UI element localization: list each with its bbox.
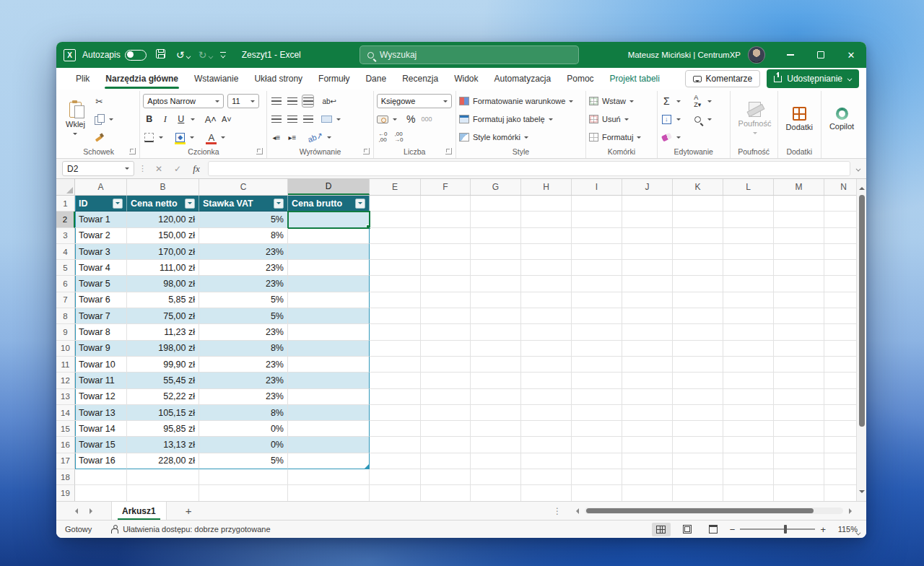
cell-K14[interactable] (673, 405, 723, 421)
column-header-F[interactable]: F (421, 179, 471, 195)
wrap-text-button[interactable]: ab↩ (322, 95, 336, 108)
cell-M9[interactable] (774, 324, 824, 340)
cell-K18[interactable] (673, 469, 723, 485)
minimize-button[interactable] (775, 42, 806, 68)
copy-button[interactable] (93, 113, 105, 126)
tab-recenzja[interactable]: Recenzja (394, 68, 446, 90)
fill-chevron-icon[interactable] (676, 118, 681, 123)
cell-D13[interactable] (288, 389, 370, 405)
borders-button[interactable] (143, 131, 155, 144)
column-header-A[interactable]: A (75, 179, 127, 195)
cell-D16[interactable] (288, 437, 370, 453)
cell-D8[interactable] (288, 308, 370, 324)
share-button[interactable]: Udostępnianie (767, 69, 859, 88)
cell-G6[interactable] (471, 276, 521, 292)
cell-F11[interactable] (421, 357, 471, 373)
copilot-button[interactable]: Copilot (824, 92, 859, 146)
cell-D15[interactable] (288, 421, 370, 437)
row-header-17[interactable]: 17 (56, 453, 75, 469)
avatar[interactable] (748, 46, 765, 64)
cell-I11[interactable] (572, 357, 622, 373)
cell-C12[interactable]: 23% (199, 373, 288, 388)
cell-A16[interactable]: Towar 15 (75, 437, 127, 453)
formula-bar-expand-icon[interactable] (856, 166, 861, 171)
tab-plik[interactable]: Plik (68, 68, 97, 90)
column-header-C[interactable]: C (199, 179, 288, 195)
font-dialog-launcher[interactable] (256, 148, 263, 154)
cell-F8[interactable] (421, 308, 471, 324)
cell-M19[interactable] (774, 485, 824, 501)
cell-A12[interactable]: Towar 11 (75, 373, 127, 388)
cell-H7[interactable] (521, 292, 572, 308)
cell-A17[interactable]: Towar 16 (75, 453, 127, 469)
cell-M1[interactable] (774, 196, 824, 212)
autosave-toggle[interactable] (125, 50, 147, 61)
cell-E6[interactable] (370, 276, 421, 292)
column-header-J[interactable]: J (622, 179, 673, 195)
cell-styles-button[interactable]: Style komórki (459, 130, 583, 144)
zoom-out-button[interactable]: − (730, 524, 736, 535)
increase-decimal-button[interactable]: ←0,00 (377, 131, 389, 144)
align-bottom-button[interactable] (302, 95, 314, 108)
cell-I7[interactable] (572, 292, 622, 308)
cell-C1[interactable]: Stawka VAT (199, 196, 288, 212)
cell-I4[interactable] (572, 244, 622, 260)
cell-B1[interactable]: Cena netto (127, 196, 199, 212)
row-header-6[interactable]: 6 (56, 276, 75, 292)
cell-L5[interactable] (723, 260, 774, 276)
cell-G2[interactable] (471, 212, 521, 227)
cell-D10[interactable] (288, 341, 370, 357)
tab-uklad-strony[interactable]: Układ strony (246, 68, 310, 90)
page-layout-view-button[interactable] (678, 523, 697, 536)
cell-M4[interactable] (774, 244, 824, 260)
cell-K4[interactable] (673, 244, 723, 260)
cell-A5[interactable]: Towar 4 (75, 260, 127, 276)
cell-M5[interactable] (774, 260, 824, 276)
cell-L11[interactable] (723, 357, 774, 373)
cell-I19[interactable] (572, 485, 622, 501)
row-header-3[interactable]: 3 (56, 228, 75, 244)
insert-cells-button[interactable]: Wstaw (589, 94, 654, 108)
font-name-select[interactable]: Aptos Narrow (143, 94, 224, 108)
delete-cells-button[interactable]: Usuń (589, 112, 654, 126)
tab-formuly[interactable]: Formuły (310, 68, 357, 90)
cell-F6[interactable] (421, 276, 471, 292)
cell-J3[interactable] (622, 228, 673, 244)
row-header-18[interactable]: 18 (56, 469, 75, 485)
column-header-D[interactable]: D (288, 179, 370, 195)
cell-E14[interactable] (370, 405, 421, 421)
cell-D18[interactable] (288, 469, 370, 485)
row-header-15[interactable]: 15 (56, 421, 75, 437)
cell-I15[interactable] (572, 421, 622, 437)
cell-M10[interactable] (774, 341, 824, 357)
cell-K15[interactable] (673, 421, 723, 437)
cell-M17[interactable] (774, 453, 824, 469)
cell-A2[interactable]: Towar 1 (75, 212, 127, 227)
cell-F16[interactable] (421, 437, 471, 453)
cell-C17[interactable]: 5% (199, 453, 288, 469)
increase-font-button[interactable]: A˄ (204, 113, 217, 126)
cell-L7[interactable] (723, 292, 774, 308)
cell-J11[interactable] (622, 357, 673, 373)
align-right-button[interactable] (302, 113, 314, 126)
cell-I13[interactable] (572, 389, 622, 405)
cell-F5[interactable] (421, 260, 471, 276)
cell-F18[interactable] (421, 469, 471, 485)
cell-J7[interactable] (622, 292, 673, 308)
cell-M2[interactable] (774, 212, 824, 227)
cell-C3[interactable]: 8% (199, 228, 288, 244)
cell-A1[interactable]: ID (75, 196, 127, 212)
clipboard-dialog-launcher[interactable] (129, 148, 136, 154)
select-all-corner[interactable] (56, 179, 75, 195)
cell-L3[interactable] (723, 228, 774, 244)
cell-B2[interactable]: 120,00 zł (127, 212, 199, 227)
cell-I8[interactable] (572, 308, 622, 324)
cell-F2[interactable] (421, 212, 471, 227)
cell-H1[interactable] (521, 196, 572, 212)
cell-K5[interactable] (673, 260, 723, 276)
cell-H6[interactable] (521, 276, 572, 292)
hscroll-right-icon[interactable] (849, 508, 855, 514)
row-header-12[interactable]: 12 (56, 373, 75, 388)
cell-F9[interactable] (421, 324, 471, 340)
cell-A6[interactable]: Towar 5 (75, 276, 127, 292)
